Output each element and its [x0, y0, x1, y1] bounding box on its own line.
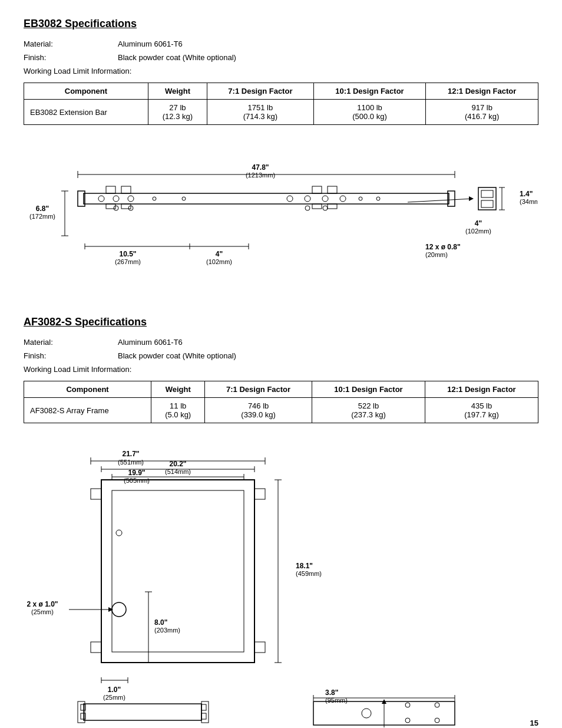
svg-point-18	[322, 196, 328, 202]
eb3082-cell-71: 1751 lb(714.3 kg)	[207, 100, 314, 125]
eb3082-finish-label: Finish:	[24, 53, 118, 62]
svg-rect-8	[312, 204, 322, 209]
af3082-finish-label: Finish:	[24, 351, 118, 360]
eb3082-col-71: 7:1 Design Factor	[207, 83, 314, 100]
svg-point-11	[98, 196, 104, 202]
svg-rect-46	[481, 190, 493, 197]
svg-rect-106	[201, 704, 206, 710]
svg-point-15	[182, 197, 186, 200]
af3082-material-label: Material:	[24, 338, 118, 347]
svg-text:(514mm): (514mm)	[165, 468, 191, 475]
svg-point-19	[340, 196, 346, 202]
svg-text:3.8": 3.8"	[325, 689, 338, 697]
svg-rect-107	[201, 713, 206, 719]
af3082-cell-component: AF3082-S Array Frame	[24, 398, 151, 423]
svg-text:(203mm): (203mm)	[154, 627, 180, 634]
af3082-col-71: 7:1 Design Factor	[205, 381, 312, 398]
af3082-row-1: AF3082-S Array Frame 11 lb(5.0 kg) 746 l…	[24, 398, 538, 423]
svg-marker-54	[469, 196, 474, 201]
af3082-cell-121: 435 lb(197.7 kg)	[425, 398, 538, 423]
eb3082-wll-label: Working Load Limit Information:	[24, 67, 538, 75]
svg-point-65	[112, 602, 126, 617]
af3082-material-value: Aluminum 6061-T6	[118, 338, 183, 347]
svg-text:6.8": 6.8"	[36, 205, 49, 213]
svg-text:1.4": 1.4"	[520, 190, 533, 198]
svg-text:10.5": 10.5"	[119, 250, 136, 258]
svg-text:21.7": 21.7"	[122, 450, 139, 458]
svg-point-116	[362, 709, 371, 718]
svg-text:(551mm): (551mm)	[118, 459, 144, 466]
af3082-diagram: 21.7" (551mm) 20.2" (514mm) 19.9" (505mm…	[24, 433, 538, 727]
svg-text:(34mm): (34mm)	[520, 198, 537, 205]
svg-point-118	[435, 703, 439, 707]
svg-line-53	[408, 199, 472, 202]
svg-text:(459mm): (459mm)	[296, 570, 322, 577]
svg-rect-47	[481, 200, 493, 207]
svg-text:(20mm): (20mm)	[425, 251, 448, 258]
svg-rect-10	[328, 204, 337, 209]
af3082-title: AF3082-S Specifications	[24, 316, 538, 328]
eb3082-col-weight: Weight	[148, 83, 207, 100]
eb3082-col-101: 10:1 Design Factor	[313, 83, 426, 100]
svg-rect-62	[91, 642, 101, 653]
af3082-col-101: 10:1 Design Factor	[312, 381, 425, 398]
af3082-wll-label: Working Load Limit Information:	[24, 365, 538, 374]
eb3082-cell-121: 917 lb(416.7 kg)	[426, 100, 538, 125]
af3082-col-121: 12:1 Design Factor	[425, 381, 538, 398]
svg-point-17	[305, 196, 310, 202]
svg-rect-4	[106, 204, 115, 209]
svg-text:4": 4"	[216, 250, 223, 258]
svg-text:47.8": 47.8"	[252, 163, 269, 172]
svg-text:18.1": 18.1"	[296, 562, 313, 570]
svg-point-14	[153, 197, 156, 200]
af3082-finish-value: Black powder coat (White optional)	[118, 351, 236, 360]
svg-rect-59	[101, 480, 254, 663]
svg-point-12	[113, 196, 119, 202]
svg-text:(25mm): (25mm)	[31, 608, 54, 615]
svg-point-66	[116, 530, 122, 536]
svg-rect-61	[91, 489, 101, 499]
svg-text:(172mm): (172mm)	[29, 213, 55, 220]
af3082-cell-weight: 11 lb(5.0 kg)	[151, 398, 205, 423]
svg-point-20	[359, 197, 362, 200]
svg-point-16	[287, 196, 293, 202]
eb3082-row-1: EB3082 Extension Bar 27 lb(12.3 kg) 1751…	[24, 100, 538, 125]
svg-rect-101	[84, 704, 201, 720]
eb3082-material-label: Material:	[24, 39, 118, 48]
svg-point-120	[405, 718, 410, 723]
page-number: 15	[530, 719, 538, 727]
svg-text:2 x ø 1.0": 2 x ø 1.0"	[27, 600, 58, 608]
eb3082-material-value: Aluminum 6061-T6	[118, 39, 183, 48]
svg-point-22	[114, 206, 118, 210]
eb3082-cell-101: 1100 lb(500.0 kg)	[313, 100, 426, 125]
svg-point-13	[128, 196, 134, 202]
eb3082-diagram: 47.8" (1213mm) 6.8" (172mm) 10.5" (267mm…	[24, 134, 538, 299]
eb3082-title: EB3082 Specifications	[24, 18, 538, 30]
eb3082-table: Component Weight 7:1 Design Factor 10:1 …	[24, 83, 538, 125]
svg-point-25	[323, 206, 328, 210]
svg-text:8.0": 8.0"	[154, 618, 167, 627]
svg-text:1.0": 1.0"	[108, 686, 121, 694]
eb3082-cell-component: EB3082 Extension Bar	[24, 100, 148, 125]
svg-text:20.2": 20.2"	[169, 460, 186, 468]
svg-point-119	[435, 718, 439, 723]
svg-rect-0	[84, 193, 449, 204]
eb3082-finish-value: Black powder coat (White optional)	[118, 53, 236, 62]
eb3082-col-component: Component	[24, 83, 148, 100]
af3082-table: Component Weight 7:1 Design Factor 10:1 …	[24, 381, 538, 423]
svg-text:(1213mm): (1213mm)	[246, 172, 275, 179]
svg-point-24	[305, 206, 310, 210]
svg-text:12 x ø 0.8": 12 x ø 0.8"	[425, 243, 461, 251]
af3082-col-component: Component	[24, 381, 151, 398]
svg-point-117	[405, 703, 410, 707]
svg-text:(25mm): (25mm)	[103, 694, 125, 701]
svg-text:(267mm): (267mm)	[115, 258, 141, 265]
svg-rect-63	[254, 489, 265, 499]
svg-rect-9	[328, 186, 337, 193]
svg-text:(95mm): (95mm)	[325, 697, 348, 704]
af3082-cell-101: 522 lb(237.3 kg)	[312, 398, 425, 423]
svg-rect-7	[312, 186, 322, 193]
svg-text:(505mm): (505mm)	[124, 477, 150, 484]
af3082-col-weight: Weight	[151, 381, 205, 398]
svg-text:(102mm): (102mm)	[465, 228, 491, 235]
